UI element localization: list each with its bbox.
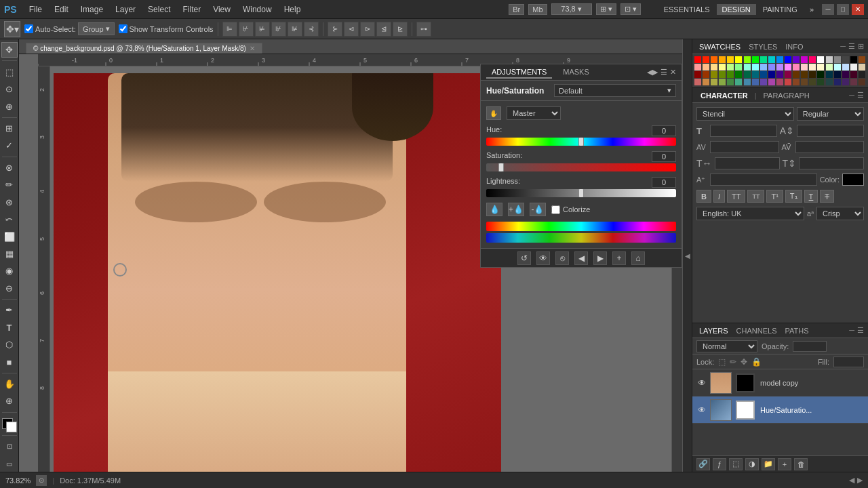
swatch-red[interactable] xyxy=(694,56,701,63)
char-tab-paragraph[interactable]: PARAGRAPH xyxy=(760,90,814,101)
swatch[interactable] xyxy=(744,64,751,70)
char-menu[interactable]: ☰ xyxy=(857,91,864,100)
language-select[interactable]: English: UK xyxy=(696,207,804,220)
eyedropper-add-btn[interactable]: +💧 xyxy=(508,203,524,216)
font-size-input[interactable]: 60 pt xyxy=(710,125,777,137)
sat-track[interactable] xyxy=(486,163,676,171)
swatch[interactable] xyxy=(793,64,800,70)
align-bottom[interactable]: ⊰ xyxy=(304,22,319,37)
swatch[interactable] xyxy=(694,64,701,70)
swatch[interactable] xyxy=(760,79,767,85)
swatch[interactable] xyxy=(703,79,709,85)
swatch[interactable] xyxy=(727,71,734,78)
layers-menu[interactable]: ☰ xyxy=(857,326,864,335)
align-right[interactable]: ⊭ xyxy=(255,22,270,37)
layers-minimize[interactable]: ─ xyxy=(849,326,854,335)
swatch-white[interactable] xyxy=(817,56,824,63)
show-transform-checkbox[interactable] xyxy=(119,24,127,33)
adj-tab-masks[interactable]: MASKS xyxy=(557,66,595,79)
dist-center-v[interactable]: ⊵ xyxy=(393,22,408,37)
dist-left[interactable]: ⊱ xyxy=(328,22,342,37)
move-tool-btn[interactable]: ✥▾ xyxy=(4,21,20,37)
channel-select[interactable]: Master xyxy=(507,106,561,120)
clone-stamp-tool[interactable]: ⊛ xyxy=(1,194,18,209)
swatch[interactable] xyxy=(817,64,824,70)
swatch[interactable] xyxy=(711,64,717,70)
window-maximize[interactable]: □ xyxy=(837,4,849,15)
swatch[interactable] xyxy=(711,79,717,85)
layer-style-btn[interactable]: ƒ xyxy=(713,458,726,470)
gradient-tool[interactable]: ▦ xyxy=(1,246,18,262)
auto-select-checkbox[interactable] xyxy=(24,24,33,33)
align-left[interactable]: ⊫ xyxy=(222,22,237,37)
color-swatch-btn[interactable] xyxy=(842,174,864,186)
hue-track[interactable] xyxy=(486,138,676,146)
eyedropper-tool[interactable]: ✓ xyxy=(1,138,18,153)
swatch[interactable] xyxy=(744,71,751,78)
workspace-essentials[interactable]: ESSENTIALS xyxy=(658,4,715,15)
hue-thumb[interactable] xyxy=(578,138,584,146)
swatch[interactable] xyxy=(735,79,742,85)
swatch[interactable] xyxy=(842,71,849,78)
zoom-badge[interactable]: 73,8 ▾ xyxy=(551,3,592,15)
swatch[interactable] xyxy=(768,79,775,85)
swatch[interactable] xyxy=(768,71,775,78)
swatch[interactable] xyxy=(744,79,751,85)
swatch[interactable] xyxy=(735,64,742,70)
swatch[interactable] xyxy=(760,64,767,70)
blend-mode-select[interactable]: Normal xyxy=(696,340,757,352)
leading-input[interactable]: (Auto) xyxy=(797,125,864,137)
swatch-black[interactable] xyxy=(850,56,857,63)
swatch[interactable] xyxy=(776,71,783,78)
small-caps-btn[interactable]: TT xyxy=(747,190,764,203)
swatch[interactable] xyxy=(703,71,709,78)
align-center-v[interactable]: ⊯ xyxy=(288,22,302,37)
swatch[interactable] xyxy=(776,56,783,63)
layers-tab-paths[interactable]: PATHS xyxy=(783,325,812,336)
swatch[interactable] xyxy=(735,71,742,78)
char-minimize[interactable]: ─ xyxy=(849,91,854,100)
swatch[interactable] xyxy=(809,71,816,78)
quick-mask-btn[interactable]: ⊡ xyxy=(1,439,18,454)
swatch[interactable] xyxy=(752,64,759,70)
window-close[interactable]: ✕ xyxy=(852,4,864,15)
underline-btn[interactable]: T xyxy=(804,190,818,203)
swatch[interactable] xyxy=(801,56,808,63)
swatch[interactable] xyxy=(801,79,808,85)
menu-window[interactable]: Window xyxy=(237,3,277,16)
swatch[interactable] xyxy=(834,79,841,85)
char-tab-character[interactable]: CHARACTER xyxy=(696,90,752,101)
tab-close-btn[interactable]: ✕ xyxy=(250,45,255,52)
swatches-tab[interactable]: SWATCHES xyxy=(696,41,743,52)
sat-value-input[interactable] xyxy=(652,151,676,162)
dist-top[interactable]: ⊴ xyxy=(376,22,391,37)
swatch[interactable] xyxy=(801,64,808,70)
swatch[interactable] xyxy=(817,71,824,78)
anti-alias-select[interactable]: Crisp xyxy=(816,207,864,220)
adj-menu-btn[interactable]: ☰ xyxy=(660,68,667,77)
subscript-btn[interactable]: T₁ xyxy=(785,190,802,203)
font-family-select[interactable]: Stencil xyxy=(696,107,794,121)
swatch[interactable] xyxy=(834,64,841,70)
layer-visibility-huesat[interactable]: 👁 xyxy=(696,405,707,415)
layer-delete-btn[interactable]: 🗑 xyxy=(794,458,808,470)
layer-group-btn[interactable]: 📁 xyxy=(762,458,775,470)
shape-tool[interactable]: ■ xyxy=(1,354,18,369)
lock-image-btn[interactable]: ✏ xyxy=(730,357,736,367)
swatch[interactable] xyxy=(842,79,849,85)
swatch[interactable] xyxy=(752,71,759,78)
adj-reset-btn[interactable]: ↺ xyxy=(517,251,531,265)
background-color[interactable] xyxy=(6,422,17,432)
swatch[interactable] xyxy=(694,79,701,85)
status-btn-1[interactable]: ◀ xyxy=(849,476,854,485)
move-tool[interactable]: ✥ xyxy=(1,42,18,58)
v-scale-input[interactable]: 100% xyxy=(799,157,864,169)
light-track[interactable] xyxy=(486,189,676,197)
crop-tool[interactable]: ⊞ xyxy=(1,121,18,136)
adj-preset-dropdown[interactable]: Default ▾ xyxy=(554,84,676,97)
swatch[interactable] xyxy=(850,71,857,78)
auto-align[interactable]: ⊶ xyxy=(416,22,431,37)
swatch[interactable] xyxy=(859,79,865,85)
swatch[interactable] xyxy=(785,71,791,78)
swatch[interactable] xyxy=(719,79,726,85)
